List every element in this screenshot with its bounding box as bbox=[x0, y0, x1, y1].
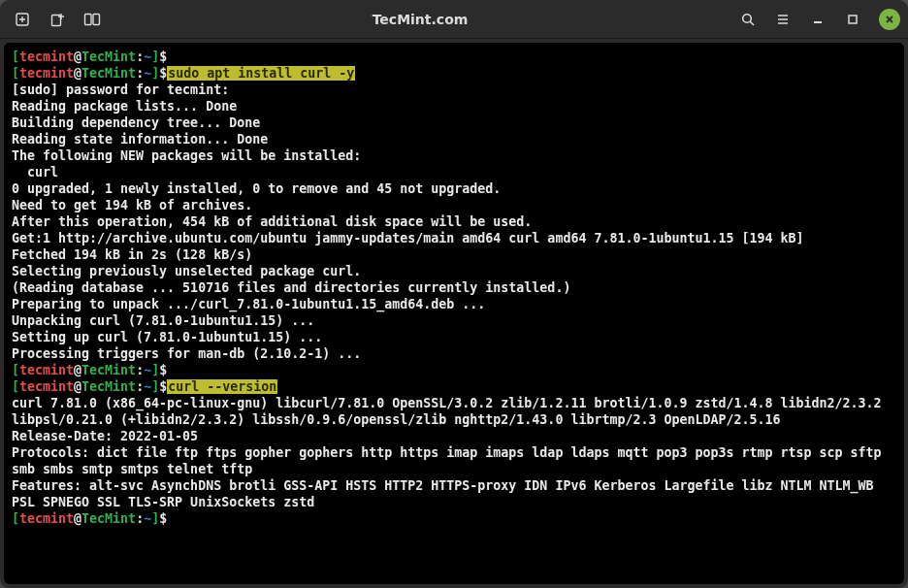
output-line: 0 upgraded, 1 newly installed, 0 to remo… bbox=[12, 181, 501, 196]
new-tab-button[interactable] bbox=[8, 5, 37, 34]
command-version: curl --version bbox=[167, 379, 277, 394]
output-line: Unpacking curl (7.81.0-1ubuntu1.15) ... bbox=[12, 313, 314, 328]
split-button[interactable] bbox=[78, 5, 107, 34]
prompt-line: [tecmint@TecMint:~]$ bbox=[12, 49, 167, 64]
output-line: Reading package lists... Done bbox=[12, 99, 237, 114]
svg-rect-7 bbox=[93, 14, 100, 24]
window-title: TecMint.com bbox=[107, 12, 733, 27]
output-line: Protocols: dict file ftp ftps gopher gop… bbox=[12, 445, 890, 476]
output-line: After this operation, 454 kB of addition… bbox=[12, 214, 532, 229]
prompt-sep: : bbox=[136, 49, 144, 64]
output-line: Get:1 http://archive.ubuntu.com/ubuntu j… bbox=[12, 231, 804, 245]
prompt-line: [tecmint@TecMint:~]$ bbox=[12, 363, 167, 377]
output-line: Selecting previously unselected package … bbox=[12, 264, 361, 278]
prompt-at: @ bbox=[74, 49, 81, 64]
menu-button[interactable] bbox=[768, 5, 797, 34]
prompt-user: tecmint bbox=[19, 49, 74, 64]
output-line: Reading state information... Done bbox=[12, 132, 268, 147]
svg-rect-14 bbox=[849, 16, 857, 23]
prompt-line: [tecmint@TecMint:~]$ bbox=[12, 379, 167, 394]
output-line: Building dependency tree... Done bbox=[12, 115, 260, 130]
prompt-path: ~ bbox=[144, 49, 151, 64]
maximize-button[interactable] bbox=[838, 5, 867, 34]
svg-line-9 bbox=[750, 21, 754, 25]
prompt-sigil: $ bbox=[159, 49, 167, 64]
terminal-window: TecMint.com bbox=[0, 0, 908, 588]
bracket-close: ] bbox=[151, 49, 159, 64]
output-line: Need to get 194 kB of archives. bbox=[12, 198, 252, 212]
output-line: Features: alt-svc AsynchDNS brotli GSS-A… bbox=[12, 478, 882, 509]
prompt-line: [tecmint@TecMint:~]$ bbox=[12, 511, 167, 526]
output-line: The following NEW packages will be insta… bbox=[12, 148, 361, 163]
svg-point-8 bbox=[743, 14, 752, 22]
search-button[interactable] bbox=[733, 5, 762, 34]
output-line: Fetched 194 kB in 2s (128 kB/s) bbox=[12, 247, 252, 262]
output-line: Setting up curl (7.81.0-1ubuntu1.15) ... bbox=[12, 330, 322, 344]
command-install: sudo apt install curl -y bbox=[167, 66, 355, 81]
output-line: curl 7.81.0 (x86_64-pc-linux-gnu) libcur… bbox=[12, 396, 890, 427]
output-line: Preparing to unpack .../curl_7.81.0-1ubu… bbox=[12, 297, 485, 311]
new-window-button[interactable] bbox=[43, 5, 72, 34]
prompt-line: [tecmint@TecMint:~]$ bbox=[12, 66, 167, 81]
svg-rect-6 bbox=[85, 14, 92, 24]
bracket-open: [ bbox=[12, 49, 19, 64]
output-line: Release-Date: 2022-01-05 bbox=[12, 429, 198, 443]
output-line: (Reading database ... 510716 files and d… bbox=[12, 280, 570, 295]
terminal-output[interactable]: [tecmint@TecMint:~]$ [tecmint@TecMint:~]… bbox=[4, 43, 904, 584]
output-line: Processing triggers for man-db (2.10.2-1… bbox=[12, 346, 361, 361]
output-line: curl bbox=[12, 165, 58, 180]
output-line: [sudo] password for tecmint: bbox=[12, 82, 229, 97]
close-button[interactable] bbox=[879, 9, 900, 30]
prompt-host: TecMint bbox=[81, 49, 136, 64]
minimize-button[interactable] bbox=[803, 5, 832, 34]
titlebar: TecMint.com bbox=[0, 0, 908, 39]
